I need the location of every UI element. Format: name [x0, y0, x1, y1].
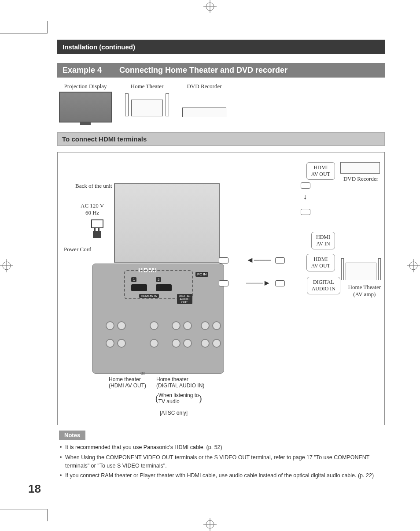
- dvd-recorder-icon: [340, 162, 380, 174]
- home-theater-digital-label: Home theater (DIGITAL AUDIO IN): [156, 376, 204, 389]
- hdmi-plug-icon: [219, 257, 228, 264]
- subsection-header: To connect HDMI terminals: [57, 132, 385, 146]
- digital-audio-in-port: DIGITAL AUDIO IN: [307, 277, 340, 294]
- note-item: When Using the COMPONENT VIDEO OUT termi…: [60, 453, 385, 470]
- note-item: It is recommended that you use Panasonic…: [60, 443, 385, 452]
- hdmi-av-out-port: HDMI AV OUT: [306, 162, 335, 180]
- svg-rect-12: [94, 227, 96, 231]
- hdmi-av-out-port-2: HDMI AV OUT: [306, 254, 335, 271]
- rear-panel: HDMI 1 2 HDMI AV IN PC IN DIGITAL AUDIO …: [92, 264, 224, 374]
- crop-mark: [0, 509, 48, 521]
- unit-back-icon: [114, 183, 220, 263]
- port-number-2: 2: [156, 277, 161, 282]
- device-label: Projection Display: [59, 83, 112, 90]
- digital-audio-out-tag: DIGITAL AUDIO OUT: [177, 294, 192, 304]
- page-number: 18: [28, 482, 41, 496]
- section-header: Installation (continued): [57, 40, 385, 54]
- hdmi-plug-icon: [275, 257, 285, 264]
- example-title: Connecting Home Theater and DVD recorder: [119, 66, 287, 75]
- svg-rect-13: [98, 227, 99, 231]
- notes-heading: Notes: [59, 431, 85, 440]
- hdmi-plug-icon: [301, 182, 310, 189]
- dvd-recorder-device: DVD Recorder: [182, 83, 226, 117]
- home-theater-hdmi-label: Home theater (HDMI AV OUT): [109, 376, 146, 389]
- when-listening-note: (When listening to TV audio): [155, 392, 202, 405]
- hdmi-slot-1-icon: [131, 284, 147, 291]
- hdmi-av-in-port: HDMI AV IN: [311, 232, 335, 249]
- optical-plug-icon: [275, 280, 285, 286]
- ac-label: AC 120 V 60 Hz: [81, 202, 104, 216]
- power-cord-label: Power Cord: [64, 246, 91, 253]
- pc-in-tag: PC IN: [195, 272, 208, 277]
- home-theater-icon: [125, 92, 169, 118]
- registration-mark-icon: [0, 259, 13, 272]
- arrow-left-icon: ◄───: [246, 256, 271, 265]
- note-item: If you connect RAM theater or Player the…: [60, 472, 385, 480]
- arrow-down-icon: ↓: [303, 193, 307, 201]
- port-number-1: 1: [131, 277, 136, 282]
- connection-diagram: Back of the unit AC 120 V 60 Hz Power Co…: [57, 152, 385, 425]
- atsc-only-label: [ATSC only]: [160, 410, 188, 416]
- device-label: Home Theater: [125, 83, 169, 90]
- optical-plug-icon: [219, 280, 228, 286]
- device-overview-row: Projection Display Home Theater DVD Reco…: [57, 81, 385, 123]
- outlet-icon: [91, 219, 103, 228]
- hdmi-plug-icon: [301, 209, 310, 215]
- tv-icon: [59, 92, 112, 123]
- example-number: Example 4: [63, 66, 102, 75]
- dvd-recorder-label: DVD Recorder: [343, 175, 378, 182]
- or-label: or: [140, 369, 145, 376]
- notes-list: It is recommended that you use Panasonic…: [57, 443, 385, 480]
- home-theater-device: Home Theater: [125, 83, 169, 118]
- registration-mark-icon: [407, 259, 420, 272]
- device-label: DVD Recorder: [182, 83, 226, 90]
- hdmi-slot-2-icon: [156, 284, 172, 291]
- crop-mark: [0, 21, 48, 33]
- home-theater-amp-icon: [341, 256, 381, 283]
- dvd-icon: [182, 108, 226, 117]
- registration-mark-icon: [203, 518, 217, 531]
- home-theater-amp-label: Home Theater (AV amp): [348, 284, 381, 298]
- projection-display-device: Projection Display: [59, 83, 112, 123]
- plug-icon: [93, 231, 101, 238]
- example-heading: Example 4 Connecting Home Theater and DV…: [57, 63, 385, 78]
- arrow-right-icon: ───►: [246, 278, 271, 288]
- back-of-unit-label: Back of the unit: [75, 182, 112, 189]
- registration-mark-icon: [203, 0, 217, 13]
- hdmi-av-in-tag: HDMI AV IN: [139, 294, 159, 298]
